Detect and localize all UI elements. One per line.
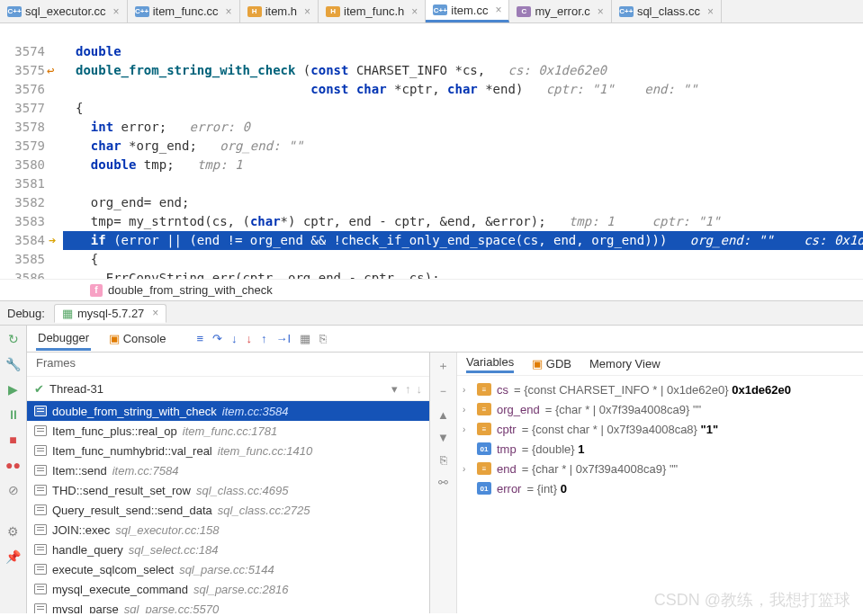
more-button[interactable]: ⚙: [5, 523, 22, 540]
close-icon[interactable]: ×: [411, 5, 418, 18]
add-watch-button[interactable]: ＋: [437, 358, 449, 374]
trace-button[interactable]: ⎘: [319, 332, 327, 345]
expand-icon[interactable]: ›: [463, 424, 472, 434]
code-line[interactable]: {: [63, 250, 863, 269]
stack-frame[interactable]: execute_sqlcom_select sql_parse.cc:5144: [27, 559, 429, 579]
var-badge-icon: 01: [477, 482, 491, 495]
code-line[interactable]: double tmp; tmp: 1: [63, 156, 863, 174]
frames-header: Frames: [27, 353, 429, 376]
show-execution-point-button[interactable]: ≡: [196, 332, 203, 345]
close-icon[interactable]: ×: [707, 5, 714, 18]
frame-fn: handle_query: [52, 543, 123, 557]
code-line[interactable]: {: [63, 99, 863, 118]
code-line[interactable]: double_from_string_with_check (const CHA…: [63, 61, 863, 80]
debug-left-toolbar: ↻ 🔧 ▶ ⏸ ■ ●● ⊘ ⚙ 📌: [0, 326, 27, 613]
code-line[interactable]: if (error || (end != org_end && !check_i…: [63, 231, 863, 250]
force-step-into-button[interactable]: ↓: [247, 332, 253, 345]
close-icon[interactable]: ×: [598, 5, 604, 18]
run-config-tab[interactable]: ▦ mysql-5.7.27 ×: [54, 304, 166, 323]
file-tab[interactable]: C++sql_executor.cc×: [0, 0, 128, 22]
tab-console[interactable]: ▣ Console: [107, 328, 167, 349]
expand-icon[interactable]: ›: [463, 385, 472, 395]
var-name: error: [497, 482, 521, 495]
code-line[interactable]: org_end= end;: [63, 193, 863, 212]
thread-selector[interactable]: ✔ Thread-31 ▾ ↑ ↓: [27, 376, 429, 401]
var-badge-icon: ≡: [477, 403, 491, 415]
stack-frame[interactable]: Item_func_plus::real_op item_func.cc:178…: [27, 421, 429, 441]
frame-icon: [34, 406, 47, 416]
tab-label: item_func.cc: [153, 4, 219, 18]
stack-frame[interactable]: mysql_parse sql_parse.cc:5570: [27, 599, 429, 613]
frame-loc: sql_parse.cc:5144: [179, 563, 274, 576]
frame-icon: [34, 564, 47, 575]
code-line[interactable]: ErrConvString err(cptr, org_end - cptr, …: [63, 269, 863, 279]
code-line[interactable]: [63, 23, 863, 42]
run-config-name: mysql-5.7.27: [77, 307, 144, 320]
execution-point-icon: ➔: [49, 231, 56, 250]
variable-row[interactable]: ›≡cptr = {const char * | 0x7f39a4008ca8}…: [463, 419, 858, 439]
code-line[interactable]: double: [63, 42, 863, 61]
tab-debugger[interactable]: Debugger: [36, 327, 91, 351]
run-to-cursor-button[interactable]: →I: [276, 332, 292, 345]
file-tab[interactable]: Cmy_error.c×: [509, 0, 611, 22]
prev-frame-button[interactable]: ↑: [405, 382, 411, 396]
close-icon[interactable]: ×: [152, 307, 158, 319]
close-icon[interactable]: ×: [113, 5, 120, 18]
stack-frame[interactable]: handle_query sql_select.cc:184: [27, 540, 429, 559]
variable-row[interactable]: 01tmp = {double} 1: [463, 439, 858, 459]
variable-row[interactable]: 01error = {int} 0: [463, 478, 858, 498]
code-line[interactable]: const char *cptr, char *end) cptr: "1" e…: [63, 80, 863, 99]
variable-row[interactable]: ›≡end = {char * | 0x7f39a4008ca9} "": [463, 459, 858, 478]
step-into-button[interactable]: ↓: [231, 332, 238, 345]
remove-watch-button[interactable]: －: [437, 383, 449, 399]
stack-frame[interactable]: double_from_string_with_check item.cc:35…: [27, 401, 429, 421]
file-tab[interactable]: C++item.cc×: [426, 0, 509, 22]
evaluate-button[interactable]: ▦: [300, 332, 310, 345]
tab-memory[interactable]: Memory View: [589, 357, 661, 370]
var-name: cs: [497, 383, 508, 397]
rerun-button[interactable]: ↻: [5, 331, 22, 347]
file-tab[interactable]: C++item_func.cc×: [128, 0, 240, 22]
stop-button[interactable]: ■: [5, 432, 22, 448]
resume-button[interactable]: ▶: [5, 381, 22, 397]
pause-button[interactable]: ⏸: [5, 406, 22, 423]
pin-button[interactable]: 📌: [5, 549, 22, 565]
stack-frame[interactable]: Item_func_numhybrid::val_real item_func.…: [27, 441, 429, 460]
frame-icon: [34, 603, 47, 613]
file-tab[interactable]: C++sql_class.cc×: [612, 0, 722, 22]
code-line[interactable]: [63, 174, 863, 193]
expand-icon[interactable]: ›: [463, 405, 472, 415]
breadcrumb[interactable]: f double_from_string_with_check: [0, 279, 863, 300]
close-icon[interactable]: ×: [495, 4, 501, 16]
up-button[interactable]: ▲: [437, 408, 449, 422]
next-frame-button[interactable]: ↓: [417, 382, 423, 396]
tab-variables[interactable]: Variables: [466, 355, 514, 373]
settings-button[interactable]: 🔧: [5, 356, 22, 372]
variable-row[interactable]: ›≡org_end = {char * | 0x7f39a4008ca9} "": [463, 399, 858, 419]
tab-gdb[interactable]: ▣ GDB: [532, 357, 571, 370]
code-line[interactable]: char *org_end; org_end: "": [63, 137, 863, 156]
variable-row[interactable]: ›≡cs = {const CHARSET_INFO * | 0x1de62e0…: [463, 379, 858, 399]
view-breakpoints-button[interactable]: ●●: [5, 457, 22, 473]
file-tab[interactable]: Hitem.h×: [240, 0, 319, 22]
down-button[interactable]: ▼: [437, 431, 449, 444]
stack-frame[interactable]: THD::send_result_set_row sql_class.cc:46…: [27, 480, 429, 500]
file-tab[interactable]: Hitem_func.h×: [319, 0, 426, 22]
close-icon[interactable]: ×: [304, 5, 310, 18]
mute-breakpoints-button[interactable]: ⊘: [5, 482, 22, 498]
stack-frame[interactable]: Item::send item.cc:7584: [27, 460, 429, 480]
stack-frame[interactable]: Query_result_send::send_data sql_class.c…: [27, 500, 429, 520]
code-line[interactable]: tmp= my_strntod(cs, (char*) cptr, end - …: [63, 212, 863, 231]
code-line[interactable]: int error; error: 0: [63, 118, 863, 137]
frame-fn: THD::send_result_set_row: [52, 484, 191, 497]
var-name: org_end: [497, 403, 540, 416]
copy-button[interactable]: ⎘: [440, 453, 447, 467]
step-over-button[interactable]: ↷: [212, 332, 222, 345]
close-icon[interactable]: ×: [226, 5, 232, 18]
filetype-icon: H: [247, 6, 262, 17]
link-icon[interactable]: ⚯: [438, 476, 448, 489]
stack-frame[interactable]: JOIN::exec sql_executor.cc:158: [27, 520, 429, 540]
stack-frame[interactable]: mysql_execute_command sql_parse.cc:2816: [27, 579, 429, 599]
expand-icon[interactable]: ›: [463, 464, 472, 474]
step-out-button[interactable]: ↑: [261, 332, 267, 345]
